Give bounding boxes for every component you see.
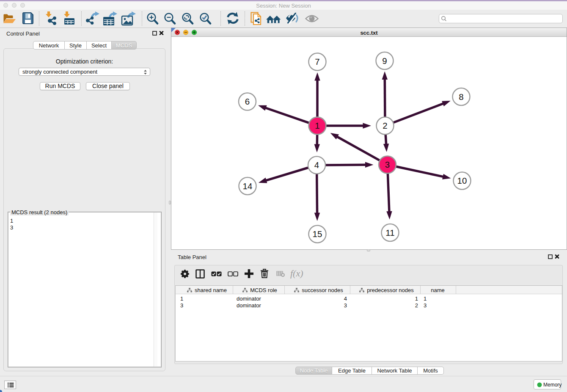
svg-text:1: 1: [315, 121, 319, 130]
svg-text:15: 15: [313, 229, 322, 239]
svg-text:11: 11: [385, 228, 394, 237]
svg-text:9: 9: [382, 56, 387, 66]
svg-text:10: 10: [457, 176, 467, 185]
svg-text:14: 14: [243, 181, 253, 191]
svg-text:4: 4: [314, 160, 319, 170]
svg-text:2: 2: [383, 121, 387, 130]
svg-text:8: 8: [459, 92, 463, 102]
svg-text:7: 7: [315, 57, 319, 66]
svg-text:3: 3: [385, 160, 390, 169]
svg-text:6: 6: [245, 97, 250, 106]
